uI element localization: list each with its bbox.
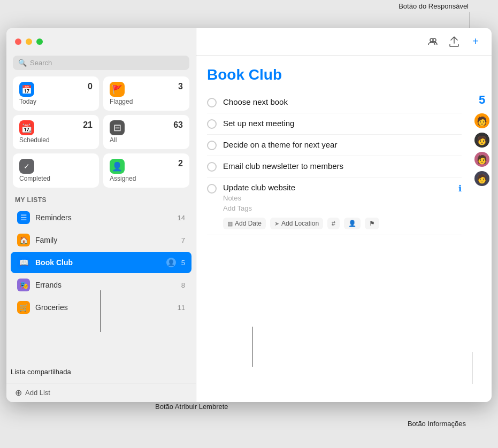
reminders-count: 14 bbox=[178, 214, 185, 222]
today-count: 0 bbox=[88, 82, 93, 91]
assign-button[interactable]: 👤 bbox=[344, 218, 361, 229]
table-row: Update club website Notes Add Tags ▦ Add… bbox=[207, 177, 462, 235]
annotation-line-atribuir bbox=[252, 327, 253, 367]
avatar-2: 🧑 bbox=[474, 133, 489, 148]
list-item-groceries[interactable]: 🛒 Groceries 11 bbox=[11, 297, 191, 318]
smart-group-completed[interactable]: ✓ Completed bbox=[13, 153, 99, 188]
avatar-1: 🧑 bbox=[474, 113, 489, 128]
annotation-responsavel: Botão do Responsável bbox=[399, 2, 469, 10]
avatars-column: 5 🧑 🧑 🧑 🧑 bbox=[472, 56, 492, 402]
completed-label: Completed bbox=[19, 175, 93, 182]
sidebar: 🔍 Search 📅 0 Today 🚩 3 Fla bbox=[6, 28, 196, 402]
add-task-button[interactable]: + bbox=[468, 34, 483, 49]
search-icon: 🔍 bbox=[18, 59, 27, 67]
task-checkbox-5[interactable] bbox=[207, 184, 217, 194]
person-icon: 👤 bbox=[348, 220, 356, 227]
errands-name: Errands bbox=[35, 281, 176, 289]
add-tag-hash-button[interactable]: # bbox=[327, 218, 340, 229]
reminders-name: Reminders bbox=[35, 213, 172, 222]
smart-group-flagged[interactable]: 🚩 3 Flagged bbox=[103, 76, 189, 111]
avatar-4: 🧑 bbox=[474, 171, 489, 186]
task-text-3: Decide on a theme for next year bbox=[223, 140, 462, 149]
groceries-name: Groceries bbox=[35, 303, 172, 312]
bookclub-name: Book Club bbox=[35, 258, 161, 267]
list-item-family[interactable]: 🏠 Family 7 bbox=[11, 229, 191, 251]
flag-button[interactable]: ⚑ bbox=[365, 218, 379, 229]
smart-groups-grid: 📅 0 Today 🚩 3 Flagged 📆 21 bbox=[6, 76, 196, 194]
today-icon: 📅 bbox=[19, 82, 34, 97]
table-row: Set up next meeting bbox=[207, 113, 462, 135]
list-item-bookclub[interactable]: 📖 Book Club 👤 5 bbox=[11, 252, 191, 273]
add-list-button[interactable]: ⊕ Add List bbox=[6, 383, 196, 402]
reminders-icon: ☰ bbox=[17, 211, 30, 224]
smart-group-assigned[interactable]: 👤 2 Assigned bbox=[103, 153, 189, 188]
task-text-5: Update club website bbox=[223, 183, 452, 192]
add-list-label: Add List bbox=[25, 389, 50, 397]
annotation-lista-compartilhada: Lista compartilhada bbox=[11, 368, 71, 376]
bookclub-icon: 📖 bbox=[17, 256, 30, 269]
list-items-container: ☰ Reminders 14 🏠 Family 7 📖 Book Club 👤 … bbox=[6, 207, 196, 383]
table-row: Choose next book bbox=[207, 92, 462, 113]
scheduled-count: 21 bbox=[83, 120, 93, 130]
main-window: 🔍 Search 📅 0 Today 🚩 3 Fla bbox=[6, 28, 492, 402]
assigned-label: Assigned bbox=[110, 175, 183, 182]
flagged-count: 3 bbox=[178, 82, 183, 91]
all-count: 63 bbox=[173, 120, 183, 130]
maximize-button[interactable] bbox=[36, 38, 43, 45]
list-item-errands[interactable]: 🎭 Errands 8 bbox=[11, 274, 191, 296]
task-add-tags: Add Tags bbox=[223, 204, 452, 212]
smart-group-scheduled[interactable]: 📆 21 Scheduled bbox=[13, 115, 99, 149]
table-row: Decide on a theme for next year bbox=[207, 135, 462, 156]
location-icon: ➤ bbox=[274, 220, 279, 227]
assigned-icon: 👤 bbox=[110, 159, 125, 174]
list-title: Book Club bbox=[207, 66, 462, 83]
flagged-icon: 🚩 bbox=[110, 82, 125, 97]
errands-icon: 🎭 bbox=[17, 279, 30, 291]
groceries-icon: 🛒 bbox=[17, 301, 30, 314]
all-icon: ⊟ bbox=[110, 120, 125, 135]
annotation-line-lista bbox=[100, 290, 101, 332]
today-label: Today bbox=[19, 98, 93, 105]
family-count: 7 bbox=[181, 236, 185, 244]
flagged-label: Flagged bbox=[110, 98, 183, 105]
add-location-label: Add Location bbox=[281, 220, 319, 227]
add-date-button[interactable]: ▦ Add Date bbox=[223, 218, 266, 229]
hash-icon: # bbox=[332, 220, 335, 227]
table-row: Email club newsletter to members bbox=[207, 156, 462, 177]
annotation-informacoes: Botão Informações bbox=[408, 420, 466, 428]
task-text-2: Set up next meeting bbox=[223, 119, 462, 128]
list-item-reminders[interactable]: ☰ Reminders 14 bbox=[11, 207, 191, 228]
search-bar[interactable]: 🔍 Search bbox=[13, 56, 189, 70]
close-button[interactable] bbox=[15, 38, 21, 45]
search-placeholder: Search bbox=[30, 59, 52, 67]
titlebar bbox=[6, 28, 196, 56]
errands-count: 8 bbox=[181, 281, 185, 289]
add-date-label: Add Date bbox=[235, 220, 262, 227]
family-icon: 🏠 bbox=[17, 234, 30, 246]
task-checkbox-3[interactable] bbox=[207, 141, 217, 150]
scheduled-icon: 📆 bbox=[19, 120, 34, 135]
my-lists-header: My Lists bbox=[6, 194, 196, 207]
avatar-3: 🧑 bbox=[474, 152, 489, 167]
add-list-icon: ⊕ bbox=[15, 388, 22, 398]
task-checkbox-4[interactable] bbox=[207, 162, 217, 172]
info-button[interactable]: ℹ bbox=[458, 183, 462, 194]
share-button[interactable] bbox=[447, 34, 462, 49]
tasks-area: Book Club Choose next book Set up next m… bbox=[196, 56, 472, 402]
smart-group-all[interactable]: ⊟ 63 All bbox=[103, 115, 189, 149]
add-location-button[interactable]: ➤ Add Location bbox=[270, 218, 323, 229]
annotation-line-info bbox=[472, 352, 472, 384]
minimize-button[interactable] bbox=[26, 38, 32, 45]
smart-group-today[interactable]: 📅 0 Today bbox=[13, 76, 99, 111]
task-checkbox-2[interactable] bbox=[207, 119, 217, 129]
scheduled-label: Scheduled bbox=[19, 136, 93, 144]
bookclub-count: 5 bbox=[181, 259, 185, 267]
task-checkbox-1[interactable] bbox=[207, 98, 217, 107]
shared-badge: 👤 bbox=[166, 258, 176, 267]
task-actions: ▦ Add Date ➤ Add Location # bbox=[223, 218, 452, 229]
completed-icon: ✓ bbox=[19, 159, 34, 174]
task-notes: Notes bbox=[223, 194, 452, 202]
annotation-atribuir: Botão Atribuir Lembrete bbox=[155, 403, 228, 411]
shared-users-button[interactable] bbox=[425, 34, 440, 49]
main-body: Book Club Choose next book Set up next m… bbox=[196, 56, 492, 402]
